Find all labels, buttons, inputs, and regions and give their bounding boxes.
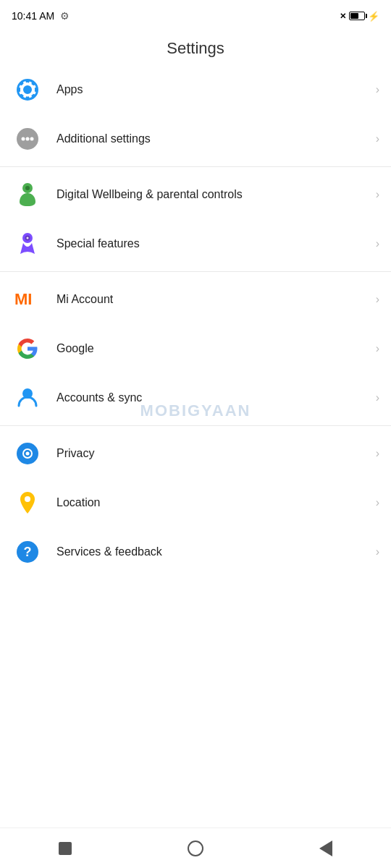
- nav-bar: [0, 827, 391, 868]
- accounts-sync-icon: [12, 382, 43, 414]
- svg-point-9: [27, 237, 29, 239]
- google-icon: [12, 333, 43, 365]
- divider-2: [0, 271, 391, 272]
- apps-label: Apps: [56, 82, 370, 98]
- home-icon: [188, 841, 203, 856]
- mi-account-icon: MI: [12, 284, 43, 315]
- svg-text:?: ?: [24, 545, 32, 559]
- svg-point-15: [25, 496, 30, 502]
- time-display: 10:41 AM: [12, 10, 54, 22]
- status-right: ✕ ⚡: [340, 11, 379, 22]
- svg-point-2: [22, 137, 25, 141]
- battery-icon: [349, 12, 365, 20]
- gear-icon-status: ⚙: [60, 10, 70, 22]
- settings-list: Apps › Additional settings › Digital Wel…: [0, 65, 391, 576]
- digital-wellbeing-icon: [12, 179, 43, 210]
- services-feedback-label: Services & feedback: [56, 545, 370, 560]
- recent-icon: [59, 842, 72, 855]
- page-title: Settings: [0, 29, 391, 65]
- location-label: Location: [56, 495, 370, 511]
- settings-item-location[interactable]: Location ›: [0, 478, 391, 527]
- mi-account-label: Mi Account: [56, 292, 370, 307]
- bolt-icon: ⚡: [368, 11, 379, 22]
- apps-chevron: ›: [376, 83, 379, 96]
- privacy-icon: [12, 438, 43, 469]
- settings-item-google[interactable]: Google ›: [0, 324, 391, 373]
- mi-chevron: ›: [376, 293, 379, 306]
- additional-chevron: ›: [376, 132, 379, 145]
- back-icon: [319, 841, 332, 856]
- svg-point-4: [30, 137, 34, 141]
- svg-point-3: [26, 137, 30, 141]
- accounts-chevron: ›: [376, 391, 379, 404]
- google-label: Google: [56, 341, 370, 357]
- google-chevron: ›: [376, 342, 379, 355]
- status-bar: 10:41 AM ⚙ ✕ ⚡: [0, 0, 391, 29]
- settings-item-accounts-sync[interactable]: Accounts & sync ›: [0, 373, 391, 422]
- settings-item-digital-wellbeing[interactable]: Digital Wellbeing & parental controls ›: [0, 170, 391, 219]
- services-feedback-icon: ?: [12, 536, 43, 568]
- svg-point-14: [26, 452, 30, 456]
- settings-item-privacy[interactable]: Privacy ›: [0, 429, 391, 478]
- recent-button[interactable]: [52, 835, 78, 861]
- additional-settings-icon: [12, 123, 43, 155]
- settings-item-additional[interactable]: Additional settings ›: [0, 114, 391, 163]
- back-button[interactable]: [313, 835, 339, 861]
- divider-1: [0, 166, 391, 167]
- svg-point-6: [25, 186, 30, 190]
- special-features-icon: [12, 228, 43, 260]
- sf-chevron: ›: [376, 237, 379, 250]
- status-left: 10:41 AM ⚙: [12, 10, 70, 22]
- apps-icon: [12, 74, 43, 106]
- digital-wellbeing-label: Digital Wellbeing & parental controls: [56, 187, 370, 203]
- settings-item-mi-account[interactable]: MI Mi Account ›: [0, 275, 391, 324]
- signal-x-icon: ✕: [340, 12, 346, 21]
- divider-3: [0, 425, 391, 426]
- additional-settings-label: Additional settings: [56, 132, 370, 147]
- svg-point-0: [17, 79, 38, 101]
- location-icon: [12, 487, 43, 519]
- settings-item-services-feedback[interactable]: ? Services & feedback ›: [0, 527, 391, 576]
- special-features-label: Special features: [56, 237, 370, 252]
- privacy-chevron: ›: [376, 447, 379, 460]
- accounts-sync-label: Accounts & sync: [56, 391, 370, 406]
- settings-item-apps[interactable]: Apps ›: [0, 65, 391, 114]
- dw-chevron: ›: [376, 188, 379, 201]
- settings-item-special-features[interactable]: Special features ›: [0, 219, 391, 268]
- home-button[interactable]: [182, 835, 209, 861]
- services-chevron: ›: [376, 545, 379, 558]
- privacy-label: Privacy: [56, 446, 370, 461]
- svg-text:MI: MI: [14, 292, 32, 307]
- location-chevron: ›: [376, 496, 379, 509]
